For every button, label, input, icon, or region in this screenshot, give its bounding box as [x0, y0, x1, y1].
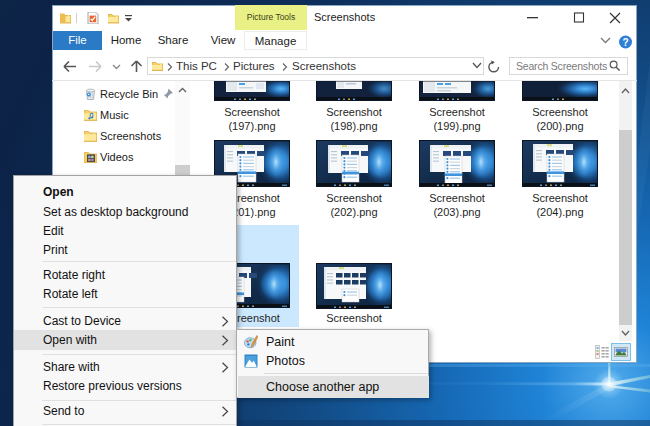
svg-text:?: ?: [622, 37, 628, 48]
